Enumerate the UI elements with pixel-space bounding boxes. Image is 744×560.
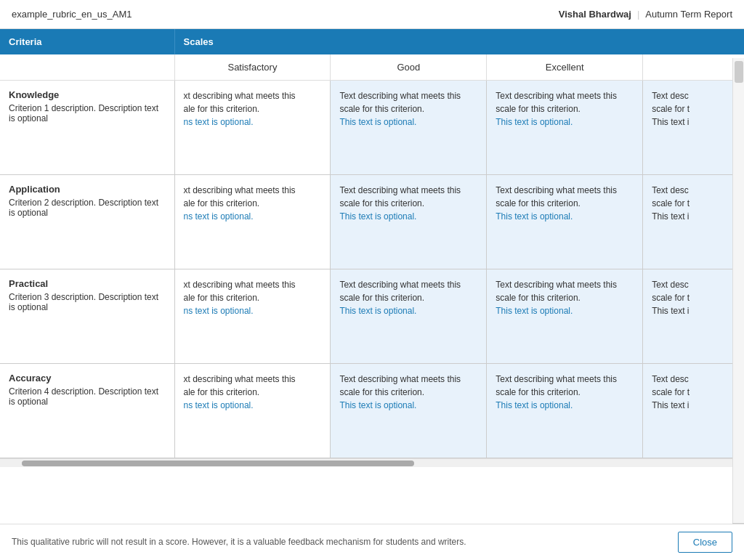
user-name: Vishal Bhardwaj	[559, 9, 631, 20]
separator: |	[637, 9, 639, 20]
criteria-name: Accuracy	[9, 373, 166, 384]
scale-text: Text describing what meets thisscale for…	[496, 89, 634, 129]
scale-cell-accuracy-satisfactory: xt describing what meets thisale for thi…	[174, 364, 331, 458]
scale-text: Text descscale for tThis text i	[652, 278, 744, 317]
scale-text: xt describing what meets thisale for thi…	[184, 184, 322, 223]
scale-text: Text describing what meets thisscale for…	[339, 278, 477, 317]
scale-header-good: Good	[331, 54, 487, 81]
criteria-description: Criterion 4 description. Description tex…	[9, 386, 166, 407]
criteria-cell-knowledge: Knowledge Criterion 1 description. Descr…	[0, 81, 174, 175]
criteria-name: Application	[9, 184, 166, 195]
header: example_rubric_en_us_AM1 Vishal Bhardwaj…	[0, 0, 744, 29]
scale-cell-application-satisfactory: xt describing what meets thisale for thi…	[174, 175, 331, 269]
scale-cell-accuracy-good: Text describing what meets thisscale for…	[331, 364, 487, 458]
scale-text: xt describing what meets thisale for thi…	[184, 278, 322, 317]
scale-header-excellent: Excellent	[487, 54, 643, 81]
criteria-cell-accuracy: Accuracy Criterion 4 description. Descri…	[0, 364, 174, 458]
scale-text: xt describing what meets thisale for thi…	[184, 373, 322, 412]
scale-cell-accuracy-extra: Text descscale for tThis text i	[643, 364, 744, 458]
scale-cell-practical-extra: Text descscale for tThis text i	[643, 269, 744, 364]
table-row: Knowledge Criterion 1 description. Descr…	[0, 81, 744, 175]
criteria-name: Knowledge	[9, 89, 166, 100]
criteria-name: Practical	[9, 278, 166, 289]
vertical-scrollbar[interactable]	[732, 58, 744, 523]
vertical-scrollbar-thumb[interactable]	[735, 61, 743, 83]
scale-cell-knowledge-good: Text describing what meets thisscale for…	[331, 81, 487, 175]
scale-text: Text describing what meets thisscale for…	[496, 373, 634, 412]
scale-cell-knowledge-excellent: Text describing what meets thisscale for…	[487, 81, 643, 175]
table-row: Accuracy Criterion 4 description. Descri…	[0, 364, 744, 458]
criteria-cell-application: Application Criterion 2 description. Des…	[0, 175, 174, 269]
scale-cell-accuracy-excellent: Text describing what meets thisscale for…	[487, 364, 643, 458]
scale-header-satisfactory: Satisfactory	[174, 54, 331, 81]
rubric-table: Criteria Scales Satisfactory Good E	[0, 29, 744, 458]
rubric-table-container[interactable]: Criteria Scales Satisfactory Good E	[0, 29, 744, 530]
scale-text: Text describing what meets thisscale for…	[496, 278, 634, 317]
scale-cell-application-good: Text describing what meets thisscale for…	[331, 175, 487, 269]
scale-cell-application-extra: Text descscale for tThis text i	[643, 175, 744, 269]
close-button[interactable]: Close	[678, 532, 732, 553]
scale-cell-knowledge-extra: Text descscale for tThis text i	[643, 81, 744, 175]
table-header-row: Criteria Scales	[0, 29, 744, 54]
scale-text: Text describing what meets thisscale for…	[339, 89, 477, 129]
report-name: Autumn Term Report	[645, 9, 732, 20]
scale-names-row: Satisfactory Good Excellent	[0, 54, 744, 81]
header-right: Vishal Bhardwaj | Autumn Term Report	[559, 9, 732, 20]
scale-text: Text describing what meets thisscale for…	[496, 184, 634, 223]
footer: This qualitative rubric will not result …	[0, 524, 744, 560]
criteria-description: Criterion 1 description. Description tex…	[9, 103, 166, 123]
scale-text: Text describing what meets thisscale for…	[339, 184, 477, 223]
footer-text: This qualitative rubric will not result …	[12, 536, 466, 548]
table-row: Practical Criterion 3 description. Descr…	[0, 269, 744, 364]
criteria-description: Criterion 3 description. Description tex…	[9, 292, 166, 312]
horizontal-scrollbar-thumb[interactable]	[22, 460, 414, 466]
scales-column-header: Scales	[174, 29, 744, 54]
scale-cell-practical-good: Text describing what meets thisscale for…	[331, 269, 487, 364]
scale-text: Text describing what meets thisscale for…	[339, 373, 477, 412]
empty-header	[0, 54, 174, 81]
scale-cell-application-excellent: Text describing what meets thisscale for…	[487, 175, 643, 269]
criteria-column-header: Criteria	[0, 29, 174, 54]
scale-text: Text descscale for tThis text i	[652, 184, 744, 223]
scale-text: Text descscale for tThis text i	[652, 89, 744, 129]
scale-header-extra	[643, 54, 744, 81]
scale-cell-practical-satisfactory: xt describing what meets thisale for thi…	[174, 269, 331, 364]
scale-text: Text descscale for tThis text i	[652, 373, 744, 412]
scale-text: xt describing what meets thisale for thi…	[184, 89, 322, 129]
page-title: example_rubric_en_us_AM1	[12, 9, 132, 20]
table-row: Application Criterion 2 description. Des…	[0, 175, 744, 269]
scale-cell-knowledge-satisfactory: xt describing what meets thisale for thi…	[174, 81, 331, 175]
scale-cell-practical-excellent: Text describing what meets thisscale for…	[487, 269, 643, 364]
criteria-description: Criterion 2 description. Description tex…	[9, 198, 166, 218]
criteria-cell-practical: Practical Criterion 3 description. Descr…	[0, 269, 174, 364]
horizontal-scrollbar[interactable]	[0, 458, 744, 467]
